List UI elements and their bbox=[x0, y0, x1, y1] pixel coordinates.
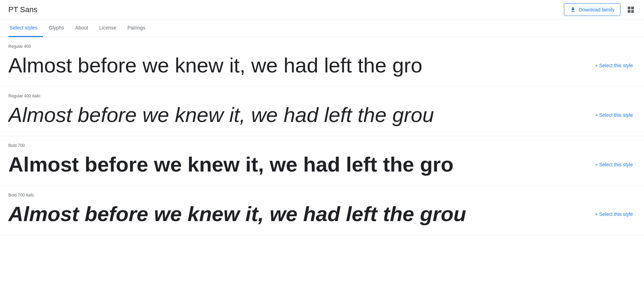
select-style-plus-icon-bold-italic: + bbox=[595, 211, 598, 217]
select-style-button-regular-400-italic[interactable]: + Select this style bbox=[592, 111, 636, 119]
download-icon bbox=[570, 7, 576, 13]
tab-about[interactable]: About bbox=[70, 19, 94, 37]
style-label-bold-700: Bold 700 bbox=[8, 143, 636, 148]
app-header: PT Sans Download family bbox=[0, 0, 644, 19]
style-preview-text-regular-400: Almost before we knew it, we had left th… bbox=[8, 53, 587, 78]
style-row-regular-400-italic: Regular 400 italic Almost before we knew… bbox=[0, 87, 644, 136]
preview-container-bold-700-italic: Almost before we knew it, we had left th… bbox=[8, 202, 587, 227]
style-preview-wrapper-regular-400: Almost before we knew it, we had left th… bbox=[8, 53, 636, 78]
download-label: Download family bbox=[579, 7, 615, 12]
style-preview-wrapper-bold-700-italic: Almost before we knew it, we had left th… bbox=[8, 202, 636, 227]
style-row-bold-700: Bold 700 Almost before we knew it, we ha… bbox=[0, 136, 644, 186]
download-family-button[interactable]: Download family bbox=[564, 3, 620, 16]
preview-container-bold-700: Almost before we knew it, we had left th… bbox=[8, 152, 587, 177]
select-style-plus-icon-bold: + bbox=[595, 162, 598, 167]
grid-icon bbox=[627, 6, 635, 14]
header-actions: Download family bbox=[564, 3, 636, 16]
style-row-regular-400: Regular 400 Almost before we knew it, we… bbox=[0, 37, 644, 87]
select-style-button-regular-400[interactable]: + Select this style bbox=[592, 61, 636, 70]
style-preview-wrapper-regular-400-italic: Almost before we knew it, we had left th… bbox=[8, 103, 636, 128]
style-row-bold-700-italic: Bold 700 italic Almost before we knew it… bbox=[0, 186, 644, 235]
font-title: PT Sans bbox=[8, 5, 37, 14]
grid-view-button[interactable] bbox=[626, 5, 636, 15]
tab-select-styles[interactable]: Select styles bbox=[8, 19, 43, 37]
preview-container-regular-400: Almost before we knew it, we had left th… bbox=[8, 53, 587, 78]
nav-tabs: Select styles Glyphs About License Pairi… bbox=[0, 19, 644, 37]
select-style-button-bold-700-italic[interactable]: + Select this style bbox=[592, 210, 636, 218]
tab-glyphs[interactable]: Glyphs bbox=[43, 19, 69, 37]
select-style-plus-icon: + bbox=[595, 63, 598, 68]
style-preview-text-regular-400-italic: Almost before we knew it, we had left th… bbox=[8, 103, 587, 128]
style-preview-text-bold-700: Almost before we knew it, we had left th… bbox=[8, 152, 587, 177]
style-preview-wrapper-bold-700: Almost before we knew it, we had left th… bbox=[8, 152, 636, 177]
preview-container-regular-400-italic: Almost before we knew it, we had left th… bbox=[8, 103, 587, 128]
style-label-regular-400: Regular 400 bbox=[8, 44, 636, 49]
select-style-button-bold-700[interactable]: + Select this style bbox=[592, 160, 636, 169]
tab-pairings[interactable]: Pairings bbox=[122, 19, 151, 37]
style-label-regular-400-italic: Regular 400 italic bbox=[8, 94, 636, 98]
styles-container: Regular 400 Almost before we knew it, we… bbox=[0, 37, 644, 235]
style-preview-text-bold-700-italic: Almost before we knew it, we had left th… bbox=[8, 202, 587, 227]
tab-license[interactable]: License bbox=[94, 19, 122, 37]
style-label-bold-700-italic: Bold 700 italic bbox=[8, 193, 636, 198]
select-style-plus-icon-italic: + bbox=[595, 112, 598, 118]
